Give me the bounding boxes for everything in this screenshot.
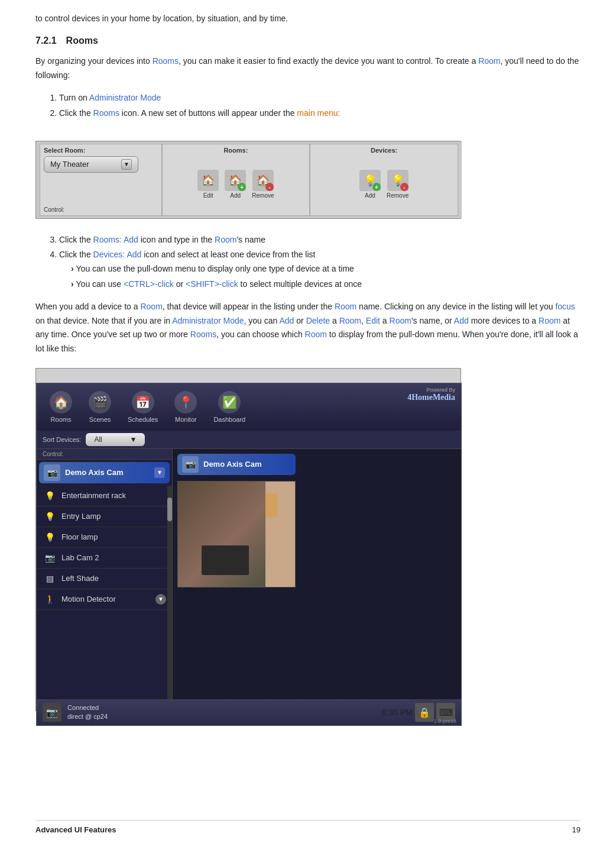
rooms-remove-item: 🏠- Remove [252, 170, 274, 199]
step-4: Click the Devices: Add icon and select a… [59, 248, 581, 291]
device-icon-2: 💡 [43, 530, 57, 544]
schedules-nav-label: Schedules [128, 416, 158, 423]
room-link-p2-4[interactable]: Room [390, 316, 411, 325]
add-link-p2[interactable]: Add [279, 316, 294, 325]
select-room-label: Select Room: [44, 147, 158, 154]
monitor-nav-label: Monitor [175, 416, 197, 423]
rooms-edit-item: 🏠 Edit [197, 170, 219, 199]
scenes-nav-icon: 🎬 [89, 391, 111, 414]
room-link-2[interactable]: Room [215, 235, 236, 244]
delete-link-p2[interactable]: Delete [306, 316, 330, 325]
shift-click-link[interactable]: <SHIFT>-click [186, 279, 238, 289]
rooms-link-p2[interactable]: Rooms [190, 330, 216, 339]
footer-page-number: 19 [572, 825, 581, 834]
selected-device-icon: 📷 [44, 464, 60, 481]
main-menu-link[interactable]: main menu: [297, 108, 340, 118]
device-name-4: Left Shade [61, 574, 99, 583]
rooms-add-link[interactable]: Rooms: Add [93, 235, 138, 244]
control-label-left: Control: [44, 206, 158, 213]
sort-dropdown-arrow: ▼ [130, 435, 137, 444]
step3-after: 's name [236, 235, 265, 244]
rooms-link-1[interactable]: Rooms [153, 56, 179, 66]
add-link-p2-2[interactable]: Add [454, 316, 469, 325]
status-connected-text: Connected [67, 703, 108, 712]
device-name-1: Entry Lamp [61, 512, 100, 521]
room-link-p2-6[interactable]: Room [305, 330, 327, 339]
device-icon-5: 🚶 [43, 592, 57, 606]
ctrl-click-link[interactable]: <CTRL>-click [124, 279, 174, 289]
room-link-p2-2[interactable]: Room [335, 302, 356, 311]
camera-thumbnail [177, 481, 296, 587]
device-list: 💡 Entertainment rack 💡 Entry Lamp 💡 Floo… [37, 486, 172, 699]
screenshot-rooms-ui: Select Room: My Theater ▼ Control: Rooms… [35, 141, 461, 219]
rooms-link-2[interactable]: Rooms [93, 108, 119, 118]
list-item[interactable]: 💡 Floor lamp [37, 527, 172, 548]
rooms-nav-icon: 🏠 [50, 391, 72, 414]
theater-dropdown-arrow[interactable]: ▼ [121, 159, 132, 170]
dashboard-nav-label: Dashboard [213, 416, 245, 423]
nav-item-monitor[interactable]: 📍 Monitor [167, 388, 204, 427]
focus-link[interactable]: focus [555, 302, 575, 311]
footer-section-name: Advanced UI Features [35, 825, 116, 834]
room-link-p2-5[interactable]: Room [539, 316, 560, 325]
devices-panel-label: Devices: [371, 147, 397, 154]
cam-furniture [202, 545, 249, 575]
devices-remove-label: Remove [387, 192, 408, 199]
list-item[interactable]: ▤ Left Shade [37, 569, 172, 589]
sort-devices-bar: Sort Devices: All ▼ [37, 431, 461, 449]
list-item[interactable]: 💡 Entertainment rack [37, 486, 172, 506]
admin-mode-link-2[interactable]: Administrator Mode [172, 316, 244, 325]
steps-list-2: Click the Rooms: Add icon and type in th… [59, 233, 581, 292]
step-3: Click the Rooms: Add icon and type in th… [59, 233, 581, 247]
theater-dropdown-button[interactable]: My Theater ▼ [44, 156, 138, 173]
room-link-p2-3[interactable]: Room [339, 316, 361, 325]
lock-icon: 🔒 [415, 703, 434, 722]
sub-step-2: You can use <CTRL>-click or <SHIFT>-clic… [71, 277, 581, 292]
step2-before: Click the [59, 108, 93, 118]
room-link-p2-1[interactable]: Room [140, 302, 162, 311]
step4-before: Click the [59, 250, 93, 259]
full-ui-screenshot: 🏠 Rooms 🎬 Scenes 📅 Schedules 📍 Monitor ✅ [36, 383, 462, 726]
status-text-area: Connected direct @ cp24 [67, 703, 108, 722]
devices-add-item: 💡+ Add [359, 170, 381, 199]
selected-device-name: Demo Axis Cam [65, 468, 124, 477]
nav-item-dashboard[interactable]: ✅ Dashboard [206, 388, 252, 427]
camera-bg [178, 482, 295, 587]
nav-item-scenes[interactable]: 🎬 Scenes [82, 388, 118, 427]
right-content-panel: 📷 Demo Axis Cam [173, 449, 461, 699]
device-icon-4: ▤ [43, 571, 57, 586]
devices-add-link[interactable]: Devices: Add [93, 250, 142, 259]
nav-item-schedules[interactable]: 📅 Schedules [121, 388, 165, 427]
device-list-area: 💡 Entertainment rack 💡 Entry Lamp 💡 Floo… [37, 486, 172, 699]
status-direct-text: direct @ cp24 [67, 712, 108, 721]
nav-items-container: 🏠 Rooms 🎬 Scenes 📅 Schedules 📍 Monitor ✅ [43, 388, 252, 427]
rooms-add-icon[interactable]: 🏠+ [225, 170, 246, 191]
list-item[interactable]: 💡 Entry Lamp [37, 506, 172, 527]
selected-device-arrow[interactable]: ▼ [154, 467, 165, 478]
scrollbar-thumb[interactable] [167, 498, 172, 521]
room-link-1[interactable]: Room [478, 56, 500, 66]
right-device-bar: 📷 Demo Axis Cam [177, 454, 296, 475]
admin-mode-link[interactable]: Administrator Mode [89, 93, 161, 102]
steps-list-1: Turn on Administrator Mode Click the Roo… [59, 91, 581, 121]
step2-mid: icon. A new set of buttons will appear u… [119, 108, 297, 118]
motion-detector-arrow[interactable]: ▼ [155, 594, 166, 605]
nav-item-rooms[interactable]: 🏠 Rooms [43, 388, 79, 427]
edit-link-p2[interactable]: Edit [366, 316, 380, 325]
selected-device-button[interactable]: 📷 Demo Axis Cam ▼ [39, 462, 170, 483]
sub2-before: You can use [76, 279, 124, 289]
rooms-remove-icon[interactable]: 🏠- [252, 170, 274, 191]
devices-remove-icon[interactable]: 💡- [387, 170, 408, 191]
rooms-edit-icon[interactable]: 🏠 [197, 170, 219, 191]
list-item[interactable]: 📷 Lab Cam 2 [37, 548, 172, 569]
device-icon-0: 💡 [43, 489, 57, 503]
device-name-2: Floor lamp [61, 532, 98, 541]
sort-dropdown-button[interactable]: All ▼ [86, 433, 145, 446]
sub2-after: to select multiple devices at once [238, 279, 362, 289]
list-item[interactable]: 🚶 Motion Detector ▼ [37, 589, 172, 610]
powered-by-text: Powered By [407, 387, 455, 393]
top-navigation-bar: 🏠 Rooms 🎬 Scenes 📅 Schedules 📍 Monitor ✅ [37, 383, 461, 431]
device-icon-1: 💡 [43, 509, 57, 524]
devices-add-icon[interactable]: 💡+ [359, 170, 381, 191]
rooms-panel: Rooms: 🏠 Edit 🏠+ Add 🏠- Remove [162, 144, 310, 216]
